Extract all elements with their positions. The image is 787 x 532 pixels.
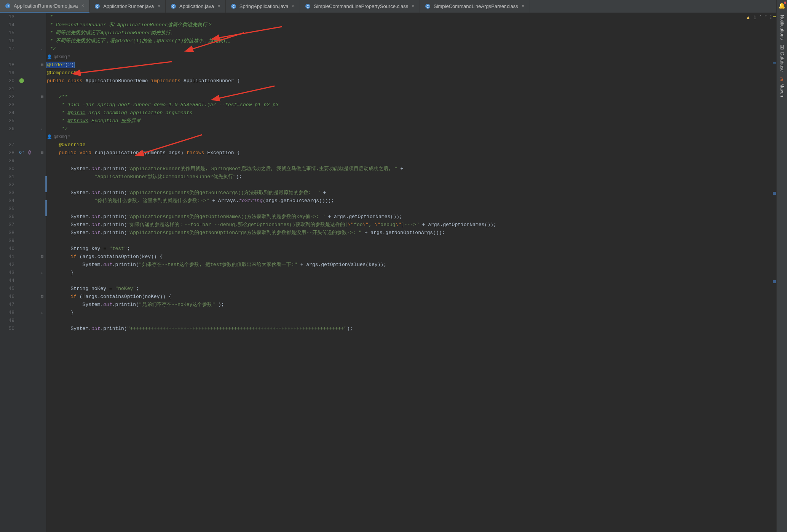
- close-tab-icon[interactable]: ×: [522, 3, 525, 9]
- warning-icon: ▲: [745, 14, 750, 20]
- fold-end-icon: ⌞: [39, 269, 46, 277]
- svg-text:C: C: [232, 5, 235, 8]
- java-file-icon: C: [94, 3, 101, 10]
- svg-text:C: C: [426, 5, 429, 8]
- gutter: 1314151617181920212223242526272829303132…: [0, 13, 46, 532]
- editor-tab[interactable]: CApplication.java×: [166, 0, 226, 13]
- code-line[interactable]: String key = "test";: [46, 245, 776, 253]
- code-line[interactable]: }: [46, 309, 776, 317]
- code-line[interactable]: }: [46, 269, 776, 277]
- fold-toggle-icon[interactable]: ⊟: [39, 93, 46, 101]
- error-stripe[interactable]: [772, 13, 776, 532]
- code-line[interactable]: * @param args incoming application argum…: [46, 109, 776, 117]
- code-line[interactable]: System.out.println("如果存在--test这个参数, 把tes…: [46, 261, 776, 269]
- fold-end-icon: ⌞: [39, 45, 46, 53]
- code-line[interactable]: * CommandLineRunner 和 ApplicationRunner这…: [46, 21, 776, 29]
- close-tab-icon[interactable]: ×: [81, 3, 84, 9]
- code-line[interactable]: [46, 181, 776, 189]
- close-tab-icon[interactable]: ×: [157, 3, 160, 9]
- code-line[interactable]: System.out.println("ApplicationArguments…: [46, 189, 776, 197]
- code-line[interactable]: public void run(ApplicationArguments arg…: [46, 149, 776, 157]
- close-tab-icon[interactable]: ×: [217, 3, 220, 9]
- author-annotation: 👤gitking *: [46, 53, 776, 61]
- java-file-icon: C: [5, 3, 11, 9]
- code-line[interactable]: public class ApplicationRunnerDemo imple…: [46, 77, 776, 85]
- maven-toolwindow-button[interactable]: mMaven: [779, 77, 785, 97]
- editor-tab[interactable]: CSpringApplication.java×: [226, 0, 300, 13]
- svg-text:C: C: [172, 5, 175, 8]
- fold-toggle-icon[interactable]: ⊟: [39, 293, 46, 301]
- svg-text:C: C: [96, 5, 99, 8]
- spring-bean-icon[interactable]: ⬤: [19, 77, 24, 85]
- code-line[interactable]: [46, 205, 776, 213]
- code-line[interactable]: [46, 237, 776, 245]
- code-line[interactable]: /**: [46, 93, 776, 101]
- svg-text:C: C: [6, 4, 9, 8]
- code-line[interactable]: System.out.println("兄弟们不存在--noKey这个参数" )…: [46, 301, 776, 309]
- line-number-gutter: 1314151617181920212223242526272829303132…: [0, 13, 18, 532]
- svg-text:C: C: [307, 5, 310, 8]
- editor-tab[interactable]: CSimpleCommandLinePropertySource.class×: [300, 0, 420, 13]
- code-line[interactable]: *: [46, 13, 776, 21]
- tab-label: SimpleCommandLinePropertySource.class: [314, 3, 408, 9]
- editor-tab[interactable]: CApplicationRunnerDemo.java×: [0, 0, 89, 13]
- code-line[interactable]: System.out.println("ApplicationRunner的作用…: [46, 165, 776, 173]
- code-line[interactable]: System.out.println("ApplicationArguments…: [46, 213, 776, 221]
- code-line[interactable]: "你传的是什么参数, 这里拿到的就是什么参数:->" + Arrays.toSt…: [46, 197, 776, 205]
- code-line[interactable]: * 同等优先级的情况下ApplicationRunner类先执行。: [46, 29, 776, 37]
- close-tab-icon[interactable]: ×: [292, 3, 295, 9]
- fold-toggle-icon[interactable]: ⊟: [39, 149, 46, 157]
- fold-end-icon: ⌞: [39, 309, 46, 317]
- fold-toggle-icon[interactable]: ⊟: [39, 61, 46, 69]
- editor-tab-bar: CApplicationRunnerDemo.java×CApplication…: [0, 0, 787, 13]
- at-marker-icon: @: [28, 149, 31, 157]
- vcs-change-marker[interactable]: [45, 200, 47, 216]
- code-line[interactable]: System.out.println("ApplicationArguments…: [46, 229, 776, 237]
- code-line[interactable]: if (args.containsOption(key)) {: [46, 253, 776, 261]
- tab-label: Application.java: [179, 3, 214, 9]
- code-line[interactable]: [46, 157, 776, 165]
- fold-toggle-icon[interactable]: ⊟: [39, 253, 46, 261]
- code-line[interactable]: [46, 85, 776, 93]
- code-line[interactable]: */: [46, 125, 776, 133]
- fold-end-icon: ⌞: [39, 125, 46, 133]
- override-marker-icon[interactable]: o↑: [19, 149, 24, 157]
- warning-count: 1: [753, 15, 756, 20]
- notifications-toolwindow-button[interactable]: Notifications: [779, 15, 785, 40]
- code-line[interactable]: System.out.println("如果传递的参是这样的：--foo=bar…: [46, 221, 776, 229]
- editor-tab[interactable]: CApplicationRunner.java×: [89, 0, 166, 13]
- tab-label: SimpleCommandLineArgsParser.class: [434, 3, 518, 9]
- fold-gutter: ⌞⊟⊟⌞⊟⊟⌞⊟⌞: [39, 13, 46, 532]
- next-highlight-button[interactable]: ˅: [765, 15, 767, 20]
- close-tab-icon[interactable]: ×: [412, 3, 415, 9]
- code-editor[interactable]: 1314151617181920212223242526272829303132…: [0, 13, 776, 532]
- code-line[interactable]: * java -jar spring-boot-runner-demo-1.0-…: [46, 101, 776, 109]
- code-line[interactable]: [46, 277, 776, 285]
- java-file-icon: C: [305, 3, 311, 10]
- tab-label: ApplicationRunnerDemo.java: [14, 3, 78, 9]
- code-line[interactable]: * @throws Exception 业务异常: [46, 117, 776, 125]
- code-line[interactable]: * 不同等优先级的情况下，看@Order(1)的值，@Order(1)的值越小，…: [46, 37, 776, 45]
- tab-label: ApplicationRunner.java: [103, 3, 154, 9]
- code-line[interactable]: @Override: [46, 141, 776, 149]
- java-file-icon: C: [231, 3, 237, 10]
- code-area[interactable]: ▲ 1 ˄ ˅ ⠇ * * CommandLineRunner 和 Applic…: [46, 13, 776, 532]
- tab-label: SpringApplication.java: [239, 3, 289, 9]
- code-line[interactable]: "ApplicationRunner默认比CommandLineRunner优先…: [46, 173, 776, 181]
- editor-tab[interactable]: CSimpleCommandLineArgsParser.class×: [420, 0, 530, 13]
- code-line[interactable]: @Component: [46, 69, 776, 77]
- prev-highlight-button[interactable]: ˄: [759, 15, 761, 20]
- code-line[interactable]: @Order(2): [46, 61, 776, 69]
- code-line[interactable]: if (!args.containsOption(noKey)) {: [46, 293, 776, 301]
- code-line[interactable]: String noKey = "noKey";: [46, 285, 776, 293]
- notifications-icon[interactable]: 🔔: [778, 2, 785, 10]
- database-toolwindow-button[interactable]: 🗄Database: [779, 45, 785, 72]
- inspection-status[interactable]: ▲ 1 ˄ ˅ ⠇: [745, 14, 773, 20]
- code-line[interactable]: System.out.println("++++++++++++++++++++…: [46, 325, 776, 333]
- author-annotation: 👤gitking *: [46, 133, 776, 141]
- vcs-change-marker[interactable]: [45, 176, 47, 192]
- code-line[interactable]: [46, 317, 776, 325]
- java-file-icon: C: [171, 3, 177, 10]
- code-line[interactable]: */: [46, 45, 776, 53]
- annotation-gutter: ⬤o↑@: [18, 13, 39, 532]
